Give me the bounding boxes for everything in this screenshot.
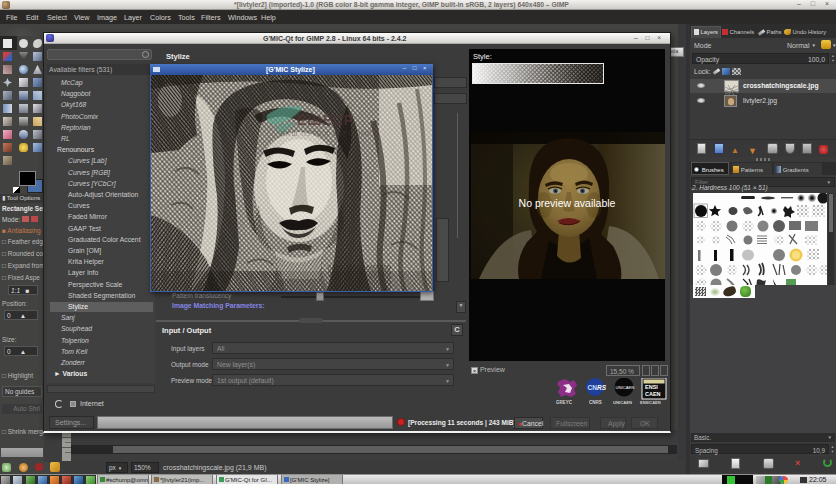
svg-text:UNICAEN: UNICAEN — [613, 400, 632, 405]
svg-text:GREYC: GREYC — [556, 400, 573, 405]
svg-text:CAEN: CAEN — [645, 391, 661, 397]
svg-text:CN: CN — [588, 384, 598, 391]
svg-text:ENSICAEN: ENSICAEN — [640, 400, 661, 405]
svg-text:ЕШЕСР: ЕШЕСР — [297, 112, 354, 128]
svg-text:RS: RS — [597, 384, 607, 391]
svg-text:UNICAEN: UNICAEN — [616, 385, 635, 390]
svg-text:ВАШ ПУТЬ К ВЕРШИНЕ: ВАШ ПУТЬ К ВЕРШИНЕ — [281, 130, 372, 137]
svg-text:CNRS: CNRS — [589, 400, 602, 405]
svg-text:ENSI: ENSI — [645, 384, 658, 390]
